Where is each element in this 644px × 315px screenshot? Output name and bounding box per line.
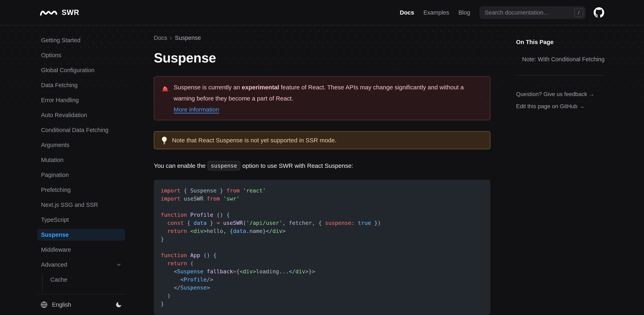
ssr-note-text: Note that React Suspense is not yet supp…	[172, 135, 336, 146]
docs-sidebar: Getting StartedOptionsGlobal Configurati…	[31, 26, 126, 315]
top-navbar: SWR DocsExamplesBlog /	[0, 0, 644, 26]
code-line: import useSWR from 'swr'	[161, 195, 484, 203]
moon-icon	[115, 301, 122, 308]
sidebar-nav: Getting StartedOptionsGlobal Configurati…	[38, 34, 125, 293]
breadcrumb: Docs › Suspense	[154, 34, 490, 41]
logo-text: SWR	[62, 8, 79, 17]
intro-paragraph: You can enable the suspense option to us…	[154, 161, 490, 170]
swr-logo[interactable]: SWR	[40, 8, 79, 17]
sidebar-item-next-js-ssg-and-ssr[interactable]: Next.js SSG and SSR	[38, 199, 125, 211]
sidebar-item-auto-revalidation[interactable]: Auto Revalidation	[38, 109, 125, 121]
sidebar-item-global-configuration[interactable]: Global Configuration	[38, 64, 125, 76]
search-box[interactable]: /	[480, 6, 586, 19]
sidebar-item-label: Suspense	[41, 232, 69, 238]
sidebar-item-label: Global Configuration	[41, 67, 94, 74]
language-label: English	[52, 302, 71, 308]
sidebar-item-label: Next.js SSG and SSR	[41, 202, 98, 208]
sidebar-item-cache[interactable]: Cache	[43, 274, 125, 286]
sidebar-item-label: Auto Revalidation	[41, 112, 87, 118]
slash-shortcut-kbd: /	[574, 8, 583, 17]
sidebar-item-label: Pagination	[41, 172, 69, 178]
sidebar-item-label: Arguments	[41, 142, 69, 148]
rotating-light-emoji-icon	[161, 82, 169, 115]
experimental-callout-text: Suspense is currently an experimental fe…	[174, 82, 483, 115]
feedback-link[interactable]: Question? Give us feedback →	[516, 91, 605, 98]
swr-wave-icon	[40, 8, 58, 16]
sidebar-item-label: TypeScript	[41, 216, 69, 223]
code-line: </Suspense>	[161, 284, 484, 292]
code-line: const { data } = useSWR('/api/user', fet…	[161, 219, 484, 227]
sidebar-item-typescript[interactable]: TypeScript	[38, 214, 125, 226]
code-line: }	[161, 300, 484, 308]
sidebar-item-label: Cache	[50, 276, 67, 283]
theme-toggle[interactable]	[115, 301, 122, 308]
sidebar-item-label: Prefetching	[41, 186, 71, 193]
suspense-inline-code: suspense	[208, 161, 240, 170]
github-link[interactable]	[594, 7, 604, 18]
chevron-down-icon	[116, 262, 122, 268]
edit-on-github-link[interactable]: Edit this page on GitHub →	[516, 103, 605, 110]
sidebar-item-arguments[interactable]: Arguments	[38, 139, 125, 151]
code-line: return (	[161, 260, 484, 268]
sidebar-item-advanced[interactable]: Advanced	[38, 259, 125, 270]
nav-link-blog[interactable]: Blog	[458, 9, 470, 16]
sidebar-item-data-fetching[interactable]: Data Fetching	[38, 79, 125, 91]
search-input[interactable]	[485, 9, 572, 16]
on-this-page-sidebar: On This Page Note: With Conditional Fetc…	[516, 26, 613, 315]
main-content: Docs › Suspense Suspense Suspense is cur…	[126, 26, 516, 315]
sidebar-item-mutation[interactable]: Mutation	[38, 154, 125, 166]
toc-item-conditional-fetching[interactable]: Note: With Conditional Fetching	[516, 56, 605, 63]
sidebar-item-label: Error Handling	[41, 97, 79, 104]
github-icon	[594, 7, 604, 18]
sidebar-item-prefetching[interactable]: Prefetching	[38, 184, 125, 196]
code-line: import { Suspense } from 'react'	[161, 186, 484, 195]
code-line: <Profile/>	[161, 276, 484, 284]
nav-links: DocsExamplesBlog	[400, 9, 470, 16]
chevron-right-icon: ›	[170, 34, 172, 41]
more-information-link[interactable]: More information	[174, 104, 219, 115]
sidebar-item-label: Conditional Data Fetching	[41, 127, 108, 134]
sidebar-item-options[interactable]: Options	[38, 49, 125, 61]
sidebar-item-pagination[interactable]: Pagination	[38, 169, 125, 181]
nav-link-docs[interactable]: Docs	[400, 9, 414, 16]
sidebar-item-conditional-data-fetching[interactable]: Conditional Data Fetching	[38, 124, 125, 136]
toc-heading: On This Page	[516, 39, 605, 46]
nav-link-examples[interactable]: Examples	[424, 9, 449, 16]
code-line: <Suspense fallback={<div>loading...</div…	[161, 268, 484, 276]
sidebar-item-label: Middleware	[41, 246, 71, 253]
sidebar-item-label: Mutation	[41, 157, 64, 163]
code-line	[161, 203, 484, 211]
experimental-callout: Suspense is currently an experimental fe…	[154, 76, 490, 120]
code-line: function App () {	[161, 251, 484, 260]
code-block: import { Suspense } from 'react'import u…	[154, 180, 490, 315]
globe-icon	[41, 301, 48, 308]
toc-divider	[516, 75, 605, 76]
code-line: }	[161, 235, 484, 243]
sidebar-item-label: Getting Started	[41, 37, 80, 44]
code-line: function Profile () {	[161, 211, 484, 219]
sidebar-item-suspense[interactable]: Suspense	[38, 229, 125, 240]
sidebar-divider	[38, 294, 125, 294]
sidebar-item-middleware[interactable]: Middleware	[38, 244, 125, 256]
sidebar-item-label: Advanced	[41, 262, 67, 268]
breadcrumb-current: Suspense	[175, 34, 201, 41]
page-title: Suspense	[154, 50, 490, 66]
code-line: return <div>hello, {data.name}</div>	[161, 227, 484, 235]
light-bulb-emoji-icon	[161, 135, 168, 146]
sidebar-item-getting-started[interactable]: Getting Started	[38, 34, 125, 46]
sidebar-nested-group: Cache	[42, 274, 125, 293]
breadcrumb-docs[interactable]: Docs	[154, 34, 167, 41]
code-line	[161, 243, 484, 251]
ssr-note-callout: Note that React Suspense is not yet supp…	[154, 131, 490, 149]
sidebar-item-error-handling[interactable]: Error Handling	[38, 94, 125, 106]
language-switcher[interactable]: English	[38, 299, 125, 310]
sidebar-item-label: Data Fetching	[41, 82, 78, 88]
code-line: )	[161, 292, 484, 300]
sidebar-item-label: Options	[41, 52, 61, 59]
